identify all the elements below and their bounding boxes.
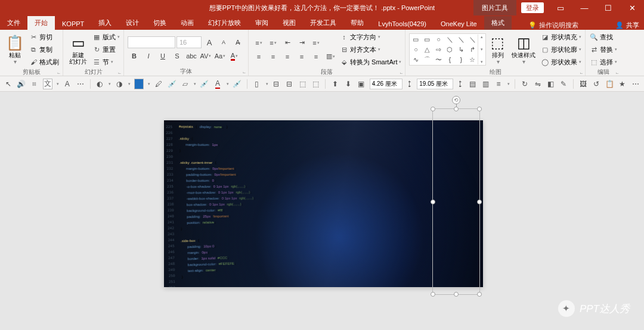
tab-insert[interactable]: 插入 [91,16,119,30]
font-color-button[interactable]: A▾ [228,50,241,62]
align-left-button[interactable]: ≡ [252,51,265,63]
tell-me-search[interactable]: 💡 操作说明搜索 [528,21,578,30]
width-input[interactable]: 19.05 厘米 [417,79,453,89]
tab-view[interactable]: 视图 [275,16,303,30]
resize-handle[interactable] [454,107,459,111]
ribbon-collapse-icon[interactable]: ▭ [549,0,572,15]
tab-design[interactable]: 设计 [119,16,146,30]
copy-button[interactable]: ⧉复制 [29,43,59,55]
shape-outline-button[interactable]: ▢形状轮廓▾ [540,43,581,55]
resize-handle[interactable] [477,200,482,204]
shrink-font-button[interactable]: A [217,36,230,48]
align-text-button[interactable]: ⊟对齐文本▾ [339,43,401,55]
paste-button[interactable]: 📋 粘贴 ▾ [4,33,26,66]
qat-reset-picture-icon[interactable]: ↺ [592,79,601,89]
qat-font-color-icon[interactable]: A [213,79,222,89]
font-size-combo[interactable]: 16 [177,36,202,48]
replace-button[interactable]: ⇄替换▾ [589,43,617,55]
qat-align-icon[interactable]: ▯ [252,79,262,89]
format-painter-button[interactable]: 🖌格式刷 [29,56,59,68]
tab-animations[interactable]: 动画 [174,16,201,30]
qat-edit-shape-icon[interactable]: ✎ [559,79,569,89]
qat-textbox-icon[interactable]: 文 [43,79,52,89]
italic-button[interactable]: I [142,50,155,62]
resize-handle[interactable] [431,107,435,111]
strike-button[interactable]: S [171,50,184,62]
numbering-button[interactable]: ≡▾ [267,37,280,49]
qat-align-objects-icon[interactable]: ≡ [494,79,503,89]
qat-paste-special-icon[interactable]: 📋 [605,79,614,89]
tab-home[interactable]: 开始 [27,16,55,30]
justify-button[interactable]: ≡ [295,51,308,63]
tab-devtools[interactable]: 开发工具 [303,16,343,30]
indent-inc-button[interactable]: ⇥ [295,37,308,49]
tab-koppt[interactable]: KOPPT [55,18,91,30]
tab-format-contextual[interactable]: 格式 [484,16,512,30]
qat-snap-icon[interactable]: ⌗ [30,79,39,89]
bullets-button[interactable]: ≡▾ [252,37,265,49]
qat-font-a-icon[interactable]: A [63,79,72,89]
qat-outline-noline-icon[interactable]: ▱ [180,79,190,89]
qat-cursor-icon[interactable]: ↖ [4,79,13,89]
tab-transitions[interactable]: 切换 [146,16,174,30]
indent-dec-button[interactable]: ⇤ [281,37,294,49]
quick-styles-button[interactable]: ◫快速样式▾ [509,33,538,66]
clear-format-button[interactable]: A̶ [231,36,244,48]
resize-handle[interactable] [454,292,459,297]
qat-eyedrop-font-icon[interactable]: 💉 [233,79,242,89]
rotate-handle[interactable]: ⟲ [452,96,460,104]
qat-more2-icon[interactable]: ◧ [546,79,556,89]
section-button[interactable]: ☰节▾ [92,56,120,68]
underline-button[interactable]: U [156,50,169,62]
resize-handle[interactable] [477,107,482,111]
grow-font-button[interactable]: A [203,36,216,48]
qat-eyedrop-outline-icon[interactable]: 💉 [200,79,209,89]
arrange-button[interactable]: ⬚排列▾ [488,33,507,66]
find-button[interactable]: 🔍查找 [589,31,617,43]
qat-distribute-v-icon[interactable]: ⊟ [284,79,294,89]
shadow-button[interactable]: abc [185,50,198,62]
distribute-button[interactable]: ≡ [309,51,323,63]
qat-distribute-h-icon[interactable]: ⊟ [272,79,281,89]
tab-review[interactable]: 审阅 [248,16,275,30]
align-center-button[interactable]: ≡ [267,51,280,63]
qat-selection-pane-icon[interactable]: ▤ [467,79,477,89]
qat-group-icon[interactable]: ⬚ [298,79,307,89]
resize-handle[interactable] [431,292,435,297]
qat-more-icon[interactable]: ⋯ [631,79,640,89]
columns-button[interactable]: ▥▾ [324,51,337,63]
qat-more1-icon[interactable]: ▥ [481,79,490,89]
font-name-combo[interactable] [128,36,175,48]
tab-slideshow[interactable]: 幻灯片放映 [201,16,248,30]
qat-sound-icon[interactable]: 🔊 [17,79,26,89]
minimize-icon[interactable]: — [572,0,596,15]
text-direction-button[interactable]: ↕文字方向▾ [339,31,401,43]
qat-eyedrop-fill-icon[interactable]: 🖊 [154,79,163,89]
share-button[interactable]: 👤 共享 [615,21,639,30]
smartart-button[interactable]: ⬙转换为 SmartArt▾ [339,56,401,68]
qat-send-backward-icon[interactable]: ⬇ [343,79,353,89]
slide-canvas[interactable]: 2252262272282292302312322332342352362372… [0,92,644,330]
layout-button[interactable]: ▦版式▾ [92,31,120,43]
select-button[interactable]: ⬚选择▾ [589,56,617,68]
qat-animation-icon[interactable]: ★ [618,79,627,89]
qat-picture-icon[interactable]: 🖼 [578,79,588,89]
align-right-button[interactable]: ≡ [281,51,294,63]
shapes-gallery[interactable]: ▭▭○＼＼＼ ○△⇨⬡↳↱ ∿⌒〜{}☆ ▴▾▾ [409,33,486,66]
qat-flip-icon[interactable]: ⇋ [533,79,543,89]
cut-button[interactable]: ✂剪切 [29,31,59,43]
qat-shapes-icon[interactable]: ◐ [95,79,104,89]
tab-lvyhtools[interactable]: LvyhTools(0429) [371,18,434,30]
qat-rotate-icon[interactable]: ↻ [520,79,530,89]
line-spacing-button[interactable]: ≡▾ [309,37,323,49]
resize-handle[interactable] [431,200,435,204]
selected-placeholder[interactable]: ⟲ [432,108,480,295]
qat-merge-icon[interactable]: ◑ [114,79,124,89]
height-input[interactable]: 4.26 厘米 [370,79,403,89]
bold-button[interactable]: B [128,50,141,62]
shape-fill-button[interactable]: ◪形状填充▾ [540,31,581,43]
shape-effects-button[interactable]: ◯形状效果▾ [540,56,581,68]
tab-onekeylite[interactable]: OneKey Lite [434,18,484,30]
qat-color-swatch[interactable] [134,79,144,89]
qat-ungroup-icon[interactable]: ⬚ [311,79,320,89]
